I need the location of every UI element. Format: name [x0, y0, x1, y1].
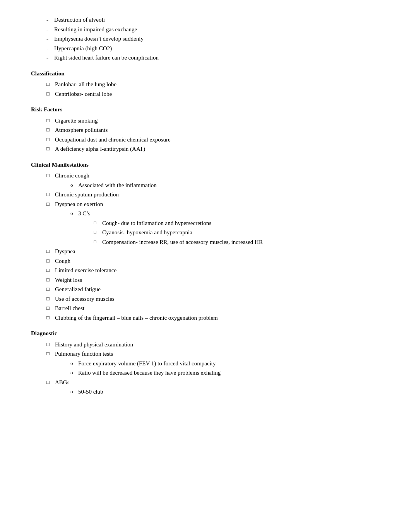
- list-item: Cigarette smoking: [46, 116, 380, 125]
- list-item: Limited exercise tolerance: [46, 266, 380, 275]
- clinical-section: Clinical Manifestations Chronic cough As…: [31, 160, 380, 322]
- sub-o-list: 3 C’s Cough- due to inflamation and hype…: [55, 209, 380, 246]
- sub-o-list: 50-50 club: [55, 387, 380, 396]
- list-item: Cough- due to inflamation and hypersecre…: [94, 219, 380, 228]
- clinical-heading: Clinical Manifestations: [31, 160, 380, 169]
- list-item: History and physical examination: [46, 340, 380, 349]
- list-item: Weight loss: [46, 276, 380, 285]
- risk-factors-section: Risk Factors Cigarette smoking Atmospher…: [31, 105, 380, 153]
- list-item: 3 C’s Cough- due to inflamation and hype…: [70, 209, 380, 246]
- list-item: Chronic cough Associated with the inflam…: [46, 171, 380, 189]
- diagnostic-section: Diagnostic History and physical examinat…: [31, 329, 380, 396]
- list-item: Panlobar- all the lung lobe: [46, 80, 380, 89]
- list-item: Pulmonary function tests Force expirator…: [46, 350, 380, 377]
- third-level-list: Cough- due to inflamation and hypersecre…: [78, 219, 380, 247]
- intro-section: Destruction of alveoli Resulting in impa…: [31, 15, 380, 62]
- list-item: Barrell chest: [46, 304, 380, 313]
- list-item: Dyspnea on exertion 3 C’s Cough- due to …: [46, 200, 380, 247]
- list-item: Chronic sputum production: [46, 190, 380, 199]
- diagnostic-heading: Diagnostic: [31, 329, 380, 338]
- classification-list: Panlobar- all the lung lobe Centrilobar-…: [31, 80, 380, 98]
- clinical-list: Chronic cough Associated with the inflam…: [31, 171, 380, 322]
- list-item: Compensation- increase RR, use of access…: [94, 238, 380, 247]
- list-item: Occupational dust and chronic chemical e…: [46, 135, 380, 144]
- diagnostic-list: History and physical examination Pulmona…: [31, 340, 380, 396]
- classification-section: Classification Panlobar- all the lung lo…: [31, 69, 380, 99]
- list-item: Dyspnea: [46, 247, 380, 256]
- list-item: Generalized fatigue: [46, 285, 380, 294]
- list-item: 50-50 club: [70, 387, 380, 396]
- list-item: Right sided heart failure can be complic…: [46, 53, 380, 62]
- list-item: Resulting in impaired gas exchange: [46, 25, 380, 34]
- list-item: Clubbing of the fingernail – blue nails …: [46, 314, 380, 322]
- list-item: Centrilobar- central lobe: [46, 90, 380, 99]
- risk-factors-heading: Risk Factors: [31, 105, 380, 114]
- list-item: A deficiency alpha I-antitrypsin (AAT): [46, 145, 380, 153]
- list-item: Force expiratory volume (FEV 1) to force…: [70, 359, 380, 368]
- list-item: Atmosphere pollutants: [46, 126, 380, 135]
- classification-heading: Classification: [31, 69, 380, 78]
- list-item: ABGs 50-50 club: [46, 378, 380, 396]
- list-item: Emphysema doesn’t develop suddenly: [46, 34, 380, 43]
- risk-factors-list: Cigarette smoking Atmosphere pollutants …: [31, 116, 380, 153]
- list-item: Destruction of alveoli: [46, 15, 380, 24]
- sub-o-list: Associated with the inflammation: [55, 181, 380, 190]
- list-item: Associated with the inflammation: [70, 181, 380, 190]
- list-item: Use of accessory muscles: [46, 295, 380, 304]
- intro-list: Destruction of alveoli Resulting in impa…: [31, 15, 380, 62]
- list-item: Hypercapnia (high CO2): [46, 44, 380, 53]
- list-item: Ratio will be decreased because they hav…: [70, 368, 380, 377]
- list-item: Cough: [46, 257, 380, 266]
- list-item: Cyanosis- hypoxemia and hypercapnia: [94, 228, 380, 237]
- sub-o-list: Force expiratory volume (FEV 1) to force…: [55, 359, 380, 377]
